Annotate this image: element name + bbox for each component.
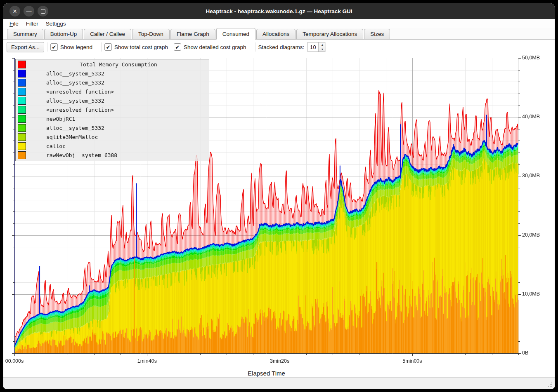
legend-label: <unresolved function> xyxy=(46,89,114,95)
menu-item-file[interactable]: File xyxy=(6,20,22,28)
y-tick-label: 50,0MB xyxy=(522,55,540,61)
legend-label: alloc__system_5332 xyxy=(46,70,104,77)
checkbox-box[interactable]: ✔ xyxy=(104,43,112,51)
tab-summary[interactable]: Summary xyxy=(7,29,43,40)
arrow-down-icon: ▼ xyxy=(321,48,324,51)
legend-label: alloc__system_5332 xyxy=(46,125,104,131)
legend-item: rawNewObj__system_6388 xyxy=(16,151,209,160)
checkbox-show-total-cost-graph[interactable]: ✔Show total cost graph xyxy=(104,43,168,51)
checkbox-label: Show total cost graph xyxy=(114,44,168,50)
x-tick-label: 3min20s xyxy=(267,358,292,364)
legend-label: sqlite3MemMalloc xyxy=(46,134,98,140)
legend-label: newObjRC1 xyxy=(46,116,75,122)
legend-swatch-icon xyxy=(18,115,26,123)
x-tick-label: 5min00s xyxy=(400,358,425,364)
spin-up-button[interactable]: ▲ xyxy=(319,42,326,47)
legend-item: newObjRC1 xyxy=(16,115,209,124)
checkbox-label: Show legend xyxy=(60,44,92,50)
tab-top-down[interactable]: Top-Down xyxy=(132,29,170,40)
legend-item: <unresolved function> xyxy=(16,87,209,96)
checkbox-show-detailed-cost-graph[interactable]: ✔Show detailed cost graph xyxy=(174,43,246,51)
stacked-diagrams-spinbox[interactable]: 10 ▲ ▼ xyxy=(307,42,326,52)
legend-item: alloc__system_5332 xyxy=(16,96,209,106)
legend-item: Total Memory Consumption xyxy=(16,60,209,69)
menu-item-settings[interactable]: Settings xyxy=(42,20,70,28)
legend-swatch-icon xyxy=(18,97,26,105)
tab-allocations[interactable]: Allocations xyxy=(256,29,296,40)
app-window: ✕ — Heaptrack - heaptrack.wakunode.1.gz … xyxy=(3,3,555,389)
arrow-up-icon: ▲ xyxy=(321,43,324,46)
legend-swatch-icon xyxy=(18,124,26,132)
legend-item: sqlite3MemMalloc xyxy=(16,133,209,142)
legend-swatch-icon xyxy=(18,70,26,77)
legend-label: rawNewObj__system_6388 xyxy=(46,152,117,158)
export-as-button[interactable]: Export As... xyxy=(7,42,44,52)
legend-label: calloc xyxy=(46,143,66,149)
y-tick-label: 40,0MB xyxy=(522,114,540,120)
tab-sizes[interactable]: Sizes xyxy=(364,29,390,40)
stacked-diagrams-value[interactable]: 10 xyxy=(307,42,318,52)
checkbox-label: Show detailed cost graph xyxy=(184,44,246,50)
legend-swatch-icon xyxy=(18,79,26,87)
checkbox-box[interactable]: ✔ xyxy=(50,43,58,51)
y-tick-label: 10,0MB xyxy=(522,291,540,297)
chart-legend: Total Memory Consumptionalloc__system_53… xyxy=(15,59,209,161)
legend-item: alloc__system_5332 xyxy=(16,69,209,78)
legend-label: alloc__system_5332 xyxy=(46,80,104,86)
x-tick-label: 1min40s xyxy=(135,358,159,364)
tab-temporary-allocations[interactable]: Temporary Allocations xyxy=(296,29,363,40)
legend-item: <unresolved function> xyxy=(16,106,209,115)
legend-swatch-icon xyxy=(18,88,26,96)
status-bar xyxy=(3,377,555,389)
legend-item: calloc xyxy=(16,142,209,151)
x-axis-title: Elapsed Time xyxy=(246,370,287,377)
legend-swatch-icon xyxy=(18,142,26,150)
toolbar-separator xyxy=(255,42,255,52)
legend-swatch-icon xyxy=(18,106,26,114)
checkbox-box[interactable]: ✔ xyxy=(174,43,181,51)
legend-label: alloc__system_5332 xyxy=(46,98,104,104)
legend-label: <unresolved function> xyxy=(46,107,114,113)
tab-flame-graph[interactable]: Flame Graph xyxy=(170,29,215,40)
checkbox-show-legend[interactable]: ✔Show legend xyxy=(50,43,92,51)
tab-bottom-up[interactable]: Bottom-Up xyxy=(44,29,83,40)
toolbar: Export As... ✔Show legend ✔Show total co… xyxy=(3,40,555,54)
titlebar: ✕ — Heaptrack - heaptrack.wakunode.1.gz … xyxy=(3,3,555,19)
tab-bar: SummaryBottom-UpCaller / CalleeTop-DownF… xyxy=(3,28,555,40)
legend-swatch-icon xyxy=(18,61,26,68)
window-title: Heaptrack - heaptrack.wakunode.1.gz — He… xyxy=(3,3,555,19)
menu-bar: FileFilterSettings xyxy=(3,19,555,28)
toolbar-separator xyxy=(101,42,102,52)
spin-down-button[interactable]: ▼ xyxy=(319,47,326,52)
menu-item-filter[interactable]: Filter xyxy=(22,20,42,28)
y-tick-label: 20,0MB xyxy=(522,232,540,238)
tab-caller-callee[interactable]: Caller / Callee xyxy=(84,29,131,40)
legend-item: alloc__system_5332 xyxy=(16,124,209,133)
legend-swatch-icon xyxy=(18,133,26,141)
memory-consumption-chart: 00.000s1min40s3min20s5min00s 0B10,0MB20,… xyxy=(3,54,555,377)
legend-title: Total Memory Consumption xyxy=(28,61,209,68)
y-tick-label: 30,0MB xyxy=(522,173,540,178)
resize-grip[interactable] xyxy=(547,381,553,387)
tab-consumed[interactable]: Consumed xyxy=(216,28,255,40)
y-tick-label: 0B xyxy=(522,350,528,356)
legend-item: alloc__system_5332 xyxy=(16,78,209,87)
toolbar-separator xyxy=(47,42,47,52)
legend-swatch-icon xyxy=(18,151,26,159)
x-tick-label: 00.000s xyxy=(3,358,27,364)
stacked-diagrams-label: Stacked diagrams: xyxy=(258,44,305,50)
